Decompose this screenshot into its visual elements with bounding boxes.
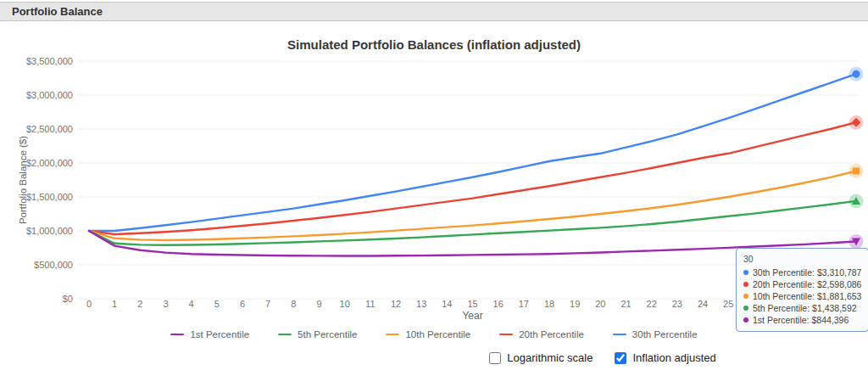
svg-text:23: 23 bbox=[672, 299, 682, 309]
series-line-20th-percentile bbox=[89, 122, 856, 234]
legend-label: 10th Percentile bbox=[405, 329, 470, 340]
legend-item-1st-percentile[interactable]: 1st Percentile bbox=[170, 329, 249, 340]
tooltip-row-10th-percentile: 10th Percentile: $1,881,653 bbox=[743, 290, 861, 302]
tooltip-x-value: 30 bbox=[743, 253, 861, 265]
series-line-30th-percentile bbox=[89, 74, 856, 231]
legend-label: 5th Percentile bbox=[298, 329, 357, 340]
legend-line-swatch bbox=[278, 334, 292, 336]
svg-text:$1,500,000: $1,500,000 bbox=[26, 192, 73, 202]
legend-label: 30th Percentile bbox=[632, 329, 698, 340]
tooltip-row-text: 1st Percentile: $844,396 bbox=[753, 314, 849, 326]
svg-text:$2,000,000: $2,000,000 bbox=[26, 158, 73, 168]
svg-text:$3,000,000: $3,000,000 bbox=[26, 90, 73, 100]
svg-text:22: 22 bbox=[647, 299, 657, 309]
svg-text:15: 15 bbox=[467, 299, 477, 309]
logarithmic-scale-control[interactable]: Logarithmic scale bbox=[489, 351, 593, 364]
tooltip-row-20th-percentile: 20th Percentile: $2,598,086 bbox=[743, 278, 861, 290]
svg-text:25: 25 bbox=[723, 299, 733, 309]
svg-text:13: 13 bbox=[416, 299, 426, 309]
legend-line-swatch bbox=[613, 334, 626, 336]
tooltip-dot-icon bbox=[743, 294, 748, 299]
legend-label: 1st Percentile bbox=[190, 329, 249, 340]
svg-text:8: 8 bbox=[291, 299, 296, 309]
tooltip-dot-icon bbox=[743, 282, 748, 287]
chart-tooltip: 30 30th Percentile: $3,310,78720th Perce… bbox=[736, 248, 868, 332]
legend-item-30th-percentile[interactable]: 30th Percentile bbox=[613, 329, 698, 340]
svg-text:21: 21 bbox=[620, 299, 631, 309]
svg-text:$500,000: $500,000 bbox=[34, 260, 73, 270]
svg-text:20: 20 bbox=[595, 299, 605, 309]
svg-text:18: 18 bbox=[544, 299, 554, 309]
tooltip-dot-icon bbox=[743, 270, 748, 275]
legend-item-20th-percentile[interactable]: 20th Percentile bbox=[499, 329, 584, 340]
tooltip-row-text: 10th Percentile: $1,881,653 bbox=[753, 290, 861, 302]
tooltip-row-30th-percentile: 30th Percentile: $3,310,787 bbox=[743, 267, 861, 278]
logarithmic-scale-label: Logarithmic scale bbox=[507, 351, 593, 364]
tooltip-row-text: 20th Percentile: $2,598,086 bbox=[753, 278, 861, 290]
inflation-adjusted-control[interactable]: Inflation adjusted bbox=[615, 351, 715, 364]
svg-text:24: 24 bbox=[698, 299, 708, 309]
end-marker-5th-percentile[interactable] bbox=[849, 194, 864, 208]
tooltip-dot-icon bbox=[743, 317, 748, 323]
legend-item-10th-percentile[interactable]: 10th Percentile bbox=[386, 329, 470, 340]
svg-text:17: 17 bbox=[519, 299, 529, 309]
svg-text:19: 19 bbox=[570, 299, 580, 309]
svg-text:16: 16 bbox=[493, 299, 504, 309]
tooltip-row-text: 30th Percentile: $3,310,787 bbox=[753, 267, 861, 278]
svg-text:14: 14 bbox=[442, 299, 452, 309]
chart-controls: Logarithmic scale Inflation adjusted bbox=[169, 351, 868, 364]
svg-text:10: 10 bbox=[340, 299, 350, 309]
tooltip-row-text: 5th Percentile: $1,438,592 bbox=[753, 302, 857, 314]
legend-line-swatch bbox=[386, 334, 399, 336]
svg-text:$3,500,000: $3,500,000 bbox=[26, 56, 73, 66]
svg-text:1: 1 bbox=[112, 299, 117, 309]
end-marker-10th-percentile[interactable] bbox=[849, 164, 864, 178]
svg-text:11: 11 bbox=[365, 299, 375, 309]
legend-line-swatch bbox=[170, 334, 184, 336]
svg-text:$2,500,000: $2,500,000 bbox=[26, 124, 73, 134]
legend-item-5th-percentile[interactable]: 5th Percentile bbox=[278, 329, 357, 340]
legend-line-swatch bbox=[499, 334, 513, 336]
end-marker-1st-percentile[interactable] bbox=[849, 234, 864, 249]
end-marker-30th-percentile[interactable] bbox=[849, 67, 864, 81]
svg-text:3: 3 bbox=[163, 299, 168, 309]
x-axis-title: Year bbox=[462, 310, 482, 322]
svg-text:12: 12 bbox=[391, 299, 401, 309]
inflation-adjusted-label: Inflation adjusted bbox=[632, 351, 715, 364]
tooltip-dot-icon bbox=[743, 306, 748, 311]
end-marker-20th-percentile[interactable] bbox=[849, 115, 864, 130]
svg-text:4: 4 bbox=[189, 299, 194, 309]
svg-text:7: 7 bbox=[265, 299, 270, 309]
y-grid-and-labels: $0$500,000$1,000,000$1,500,000$2,000,000… bbox=[26, 56, 858, 304]
inflation-adjusted-checkbox[interactable] bbox=[615, 352, 626, 364]
svg-text:$0: $0 bbox=[63, 294, 73, 304]
svg-text:6: 6 bbox=[240, 299, 245, 309]
svg-text:5: 5 bbox=[214, 299, 220, 309]
tooltip-row-1st-percentile: 1st Percentile: $844,396 bbox=[743, 314, 861, 326]
svg-text:9: 9 bbox=[316, 299, 321, 309]
tooltip-row-5th-percentile: 5th Percentile: $1,438,592 bbox=[743, 302, 861, 314]
svg-text:0: 0 bbox=[86, 299, 92, 309]
y-axis-title: Portfolio Balance ($) bbox=[18, 136, 28, 224]
svg-text:$1,000,000: $1,000,000 bbox=[26, 226, 73, 236]
svg-text:2: 2 bbox=[137, 299, 142, 309]
legend-label: 20th Percentile bbox=[519, 329, 584, 340]
logarithmic-scale-checkbox[interactable] bbox=[489, 352, 501, 364]
